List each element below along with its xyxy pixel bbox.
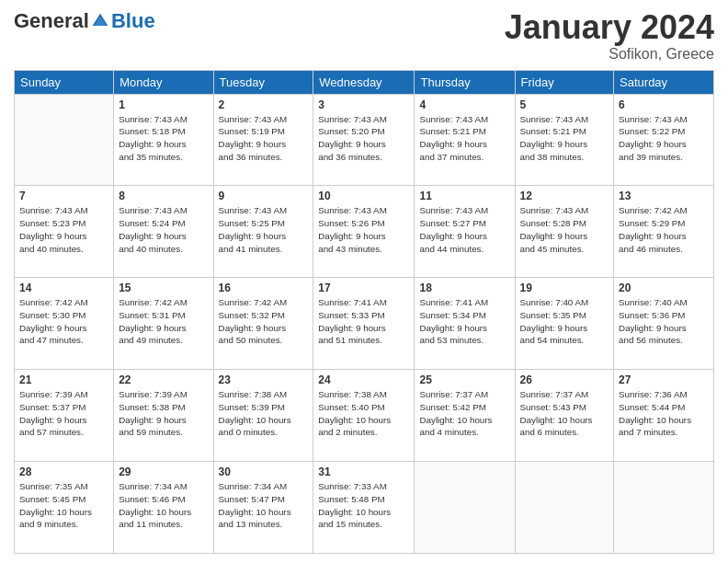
day-info: Sunrise: 7:43 AM Sunset: 5:26 PM Dayligh…	[318, 204, 409, 255]
calendar-week-row: 1Sunrise: 7:43 AM Sunset: 5:18 PM Daylig…	[15, 94, 714, 186]
day-number: 14	[19, 282, 108, 294]
table-row: 17Sunrise: 7:41 AM Sunset: 5:33 PM Dayli…	[313, 278, 415, 370]
day-info: Sunrise: 7:38 AM Sunset: 5:40 PM Dayligh…	[318, 388, 409, 439]
day-number: 31	[318, 465, 409, 478]
day-number: 30	[219, 465, 309, 478]
day-info: Sunrise: 7:43 AM Sunset: 5:28 PM Dayligh…	[520, 204, 609, 255]
day-number: 3	[318, 98, 409, 111]
day-number: 29	[119, 465, 208, 478]
day-info: Sunrise: 7:43 AM Sunset: 5:23 PM Dayligh…	[19, 204, 108, 255]
table-row: 29Sunrise: 7:34 AM Sunset: 5:46 PM Dayli…	[114, 462, 213, 554]
table-row: 20Sunrise: 7:40 AM Sunset: 5:36 PM Dayli…	[614, 278, 714, 370]
day-info: Sunrise: 7:41 AM Sunset: 5:33 PM Dayligh…	[318, 296, 409, 347]
day-info: Sunrise: 7:43 AM Sunset: 5:24 PM Dayligh…	[119, 204, 208, 255]
col-monday: Monday	[114, 70, 213, 94]
table-row: 9Sunrise: 7:43 AM Sunset: 5:25 PM Daylig…	[213, 186, 313, 278]
col-saturday: Saturday	[614, 70, 714, 94]
day-info: Sunrise: 7:43 AM Sunset: 5:25 PM Dayligh…	[219, 204, 309, 255]
table-row: 6Sunrise: 7:43 AM Sunset: 5:22 PM Daylig…	[614, 94, 714, 186]
header: General Blue January 2024 Sofikon, Greec…	[14, 9, 714, 63]
col-sunday: Sunday	[15, 70, 114, 94]
page: General Blue January 2024 Sofikon, Greec…	[0, 0, 728, 563]
table-row: 26Sunrise: 7:37 AM Sunset: 5:43 PM Dayli…	[515, 370, 614, 462]
day-number: 25	[419, 373, 509, 386]
day-number: 8	[119, 190, 208, 202]
day-info: Sunrise: 7:33 AM Sunset: 5:48 PM Dayligh…	[318, 480, 409, 531]
calendar-week-row: 21Sunrise: 7:39 AM Sunset: 5:37 PM Dayli…	[15, 370, 714, 462]
col-friday: Friday	[515, 70, 614, 94]
day-info: Sunrise: 7:40 AM Sunset: 5:36 PM Dayligh…	[619, 296, 709, 347]
table-row: 5Sunrise: 7:43 AM Sunset: 5:21 PM Daylig…	[515, 94, 614, 186]
day-number: 4	[419, 98, 509, 111]
day-info: Sunrise: 7:43 AM Sunset: 5:18 PM Dayligh…	[119, 113, 208, 164]
table-row	[15, 94, 114, 186]
table-row: 15Sunrise: 7:42 AM Sunset: 5:31 PM Dayli…	[114, 278, 213, 370]
logo-blue-text: Blue	[111, 9, 155, 33]
table-row: 16Sunrise: 7:42 AM Sunset: 5:32 PM Dayli…	[213, 278, 313, 370]
day-number: 28	[19, 465, 108, 478]
day-number: 13	[619, 190, 709, 202]
day-info: Sunrise: 7:38 AM Sunset: 5:39 PM Dayligh…	[219, 388, 309, 439]
table-row	[614, 462, 714, 554]
table-row: 10Sunrise: 7:43 AM Sunset: 5:26 PM Dayli…	[313, 186, 415, 278]
title-block: January 2024 Sofikon, Greece	[505, 9, 714, 63]
day-number: 6	[619, 98, 709, 111]
table-row: 27Sunrise: 7:36 AM Sunset: 5:44 PM Dayli…	[614, 370, 714, 462]
table-row: 7Sunrise: 7:43 AM Sunset: 5:23 PM Daylig…	[15, 186, 114, 278]
day-info: Sunrise: 7:37 AM Sunset: 5:42 PM Dayligh…	[419, 388, 509, 439]
table-row: 13Sunrise: 7:42 AM Sunset: 5:29 PM Dayli…	[614, 186, 714, 278]
table-row: 23Sunrise: 7:38 AM Sunset: 5:39 PM Dayli…	[213, 370, 313, 462]
logo: General Blue	[14, 9, 155, 33]
day-info: Sunrise: 7:42 AM Sunset: 5:31 PM Dayligh…	[119, 296, 208, 347]
day-number: 12	[520, 190, 609, 202]
day-info: Sunrise: 7:43 AM Sunset: 5:21 PM Dayligh…	[419, 113, 509, 164]
day-number: 1	[119, 98, 208, 111]
table-row: 22Sunrise: 7:39 AM Sunset: 5:38 PM Dayli…	[114, 370, 213, 462]
day-info: Sunrise: 7:42 AM Sunset: 5:32 PM Dayligh…	[219, 296, 309, 347]
table-row: 25Sunrise: 7:37 AM Sunset: 5:42 PM Dayli…	[415, 370, 515, 462]
day-number: 23	[219, 373, 309, 386]
day-number: 2	[219, 98, 309, 111]
day-number: 9	[219, 190, 309, 202]
day-number: 17	[318, 282, 409, 294]
day-info: Sunrise: 7:43 AM Sunset: 5:19 PM Dayligh…	[219, 113, 309, 164]
day-number: 15	[119, 282, 208, 294]
calendar-week-row: 7Sunrise: 7:43 AM Sunset: 5:23 PM Daylig…	[15, 186, 714, 278]
day-number: 20	[619, 282, 709, 294]
table-row: 30Sunrise: 7:34 AM Sunset: 5:47 PM Dayli…	[213, 462, 313, 554]
col-thursday: Thursday	[415, 70, 515, 94]
day-number: 18	[419, 282, 509, 294]
table-row: 1Sunrise: 7:43 AM Sunset: 5:18 PM Daylig…	[114, 94, 213, 186]
day-number: 7	[19, 190, 108, 202]
day-info: Sunrise: 7:43 AM Sunset: 5:22 PM Dayligh…	[619, 113, 709, 164]
table-row: 12Sunrise: 7:43 AM Sunset: 5:28 PM Dayli…	[515, 186, 614, 278]
day-info: Sunrise: 7:42 AM Sunset: 5:29 PM Dayligh…	[619, 204, 709, 255]
table-row: 31Sunrise: 7:33 AM Sunset: 5:48 PM Dayli…	[313, 462, 415, 554]
day-number: 10	[318, 190, 409, 202]
table-row: 24Sunrise: 7:38 AM Sunset: 5:40 PM Dayli…	[313, 370, 415, 462]
day-info: Sunrise: 7:36 AM Sunset: 5:44 PM Dayligh…	[619, 388, 709, 439]
logo-icon	[91, 12, 109, 30]
day-info: Sunrise: 7:34 AM Sunset: 5:47 PM Dayligh…	[219, 480, 309, 531]
calendar-table: Sunday Monday Tuesday Wednesday Thursday…	[14, 70, 714, 554]
day-info: Sunrise: 7:43 AM Sunset: 5:21 PM Dayligh…	[520, 113, 609, 164]
day-info: Sunrise: 7:37 AM Sunset: 5:43 PM Dayligh…	[520, 388, 609, 439]
day-info: Sunrise: 7:39 AM Sunset: 5:37 PM Dayligh…	[19, 388, 108, 439]
table-row	[515, 462, 614, 554]
table-row: 11Sunrise: 7:43 AM Sunset: 5:27 PM Dayli…	[415, 186, 515, 278]
day-number: 24	[318, 373, 409, 386]
table-row: 4Sunrise: 7:43 AM Sunset: 5:21 PM Daylig…	[415, 94, 515, 186]
day-info: Sunrise: 7:41 AM Sunset: 5:34 PM Dayligh…	[419, 296, 509, 347]
calendar-week-row: 14Sunrise: 7:42 AM Sunset: 5:30 PM Dayli…	[15, 278, 714, 370]
table-row: 3Sunrise: 7:43 AM Sunset: 5:20 PM Daylig…	[313, 94, 415, 186]
day-info: Sunrise: 7:35 AM Sunset: 5:45 PM Dayligh…	[19, 480, 108, 531]
table-row	[415, 462, 515, 554]
day-number: 26	[520, 373, 609, 386]
day-info: Sunrise: 7:42 AM Sunset: 5:30 PM Dayligh…	[19, 296, 108, 347]
day-number: 11	[419, 190, 509, 202]
day-number: 22	[119, 373, 208, 386]
table-row: 18Sunrise: 7:41 AM Sunset: 5:34 PM Dayli…	[415, 278, 515, 370]
calendar-header-row: Sunday Monday Tuesday Wednesday Thursday…	[15, 70, 714, 94]
col-tuesday: Tuesday	[213, 70, 313, 94]
table-row: 2Sunrise: 7:43 AM Sunset: 5:19 PM Daylig…	[213, 94, 313, 186]
